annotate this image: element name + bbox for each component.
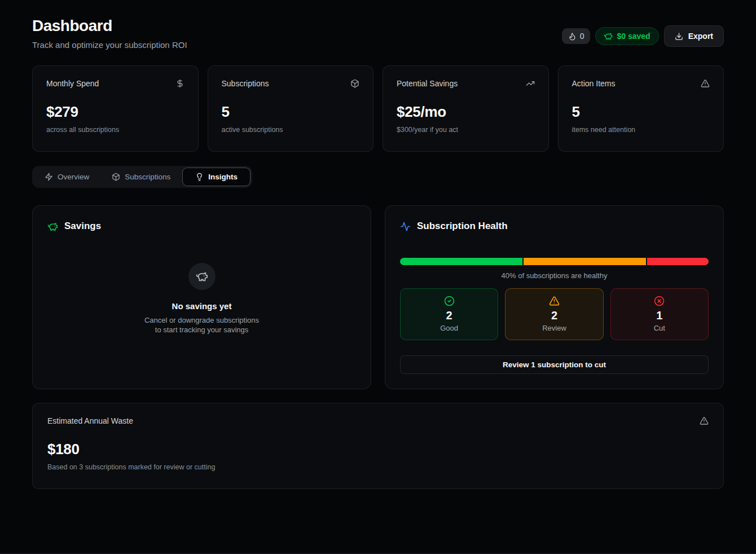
stat-label: Potential Savings (397, 79, 458, 88)
tab-label: Subscriptions (125, 173, 170, 181)
stat-label: Subscriptions (222, 79, 269, 88)
empty-desc-line1: Cancel or downgrade subscriptions (144, 316, 259, 324)
page-subtitle: Track and optimize your subscription ROI (32, 40, 187, 50)
stat-caption: across all subscriptions (46, 126, 184, 134)
health-bar (400, 258, 709, 265)
health-caption: 40% of subscriptions are healthy (400, 271, 709, 280)
stat-caption: active subscriptions (222, 126, 360, 134)
health-bar-segment-cut (647, 258, 709, 265)
download-icon (675, 32, 683, 41)
waste-label: Estimated Annual Waste (47, 416, 133, 425)
main-panels: Savings No savings yet Cancel or downgra… (32, 205, 724, 389)
stat-card-action-items: Action Items 5 items need attention (558, 65, 724, 152)
streak-count: 0 (580, 32, 584, 41)
empty-state-circle (188, 263, 216, 290)
package-icon (350, 79, 359, 88)
status-box-cut[interactable]: 1 Cut (610, 288, 709, 340)
status-box-good[interactable]: 2 Good (400, 288, 498, 340)
export-button[interactable]: Export (664, 25, 724, 47)
status-label: Review (542, 324, 566, 332)
stat-label: Monthly Spend (46, 79, 99, 88)
page-header: Dashboard Track and optimize your subscr… (32, 17, 724, 50)
saved-badge[interactable]: $0 saved (595, 27, 658, 45)
stats-row: Monthly Spend $279 across all subscripti… (32, 65, 724, 152)
tab-label: Insights (208, 173, 238, 181)
empty-state-title: No savings yet (172, 301, 232, 311)
header-actions: 0 $0 saved Export (562, 25, 724, 47)
tab-overview[interactable]: Overview (34, 168, 100, 186)
waste-caption: Based on 3 subscriptions marked for revi… (47, 463, 709, 471)
alert-triangle-icon (549, 296, 560, 306)
circle-check-icon (444, 296, 455, 306)
status-label: Cut (654, 324, 665, 332)
stat-card-potential-savings: Potential Savings $25/mo $300/year if yo… (383, 65, 549, 152)
stat-value: $25/mo (397, 103, 535, 121)
estimated-annual-waste-card: Estimated Annual Waste $180 Based on 3 s… (32, 403, 724, 489)
status-label: Good (440, 324, 458, 332)
stat-value: 5 (222, 103, 360, 121)
health-bar-segment-review (524, 258, 646, 265)
status-count: 2 (446, 309, 452, 322)
stat-caption: items need attention (572, 126, 710, 134)
stat-label: Action Items (572, 79, 616, 88)
header-titles: Dashboard Track and optimize your subscr… (32, 17, 187, 50)
status-count: 2 (551, 309, 557, 322)
tab-subscriptions[interactable]: Subscriptions (101, 168, 181, 186)
stat-caption: $300/year if you act (397, 126, 535, 134)
package-icon (112, 173, 120, 181)
status-count: 1 (656, 309, 662, 322)
trending-up-icon (526, 79, 535, 88)
dashboard-page: Dashboard Track and optimize your subscr… (0, 0, 756, 489)
page-title: Dashboard (32, 17, 187, 35)
tab-insights[interactable]: Insights (182, 168, 250, 186)
dollar-sign-icon (175, 79, 184, 88)
circle-x-icon (654, 296, 665, 306)
alert-triangle-icon (700, 416, 709, 425)
stat-value: 5 (572, 103, 710, 121)
health-panel-title: Subscription Health (417, 221, 508, 232)
tab-bar: Overview Subscriptions Insights (32, 166, 252, 188)
health-bar-segment-good (400, 258, 522, 265)
waste-value: $180 (47, 441, 709, 458)
alert-triangle-icon (701, 79, 710, 88)
stat-card-monthly-spend: Monthly Spend $279 across all subscripti… (32, 65, 199, 152)
lightbulb-icon (195, 173, 204, 181)
status-box-review[interactable]: 2 Review (505, 288, 603, 340)
stat-value: $279 (46, 103, 184, 121)
empty-desc-line2: to start tracking your savings (155, 326, 248, 334)
savings-empty-state: No savings yet Cancel or downgrade subsc… (47, 224, 356, 374)
zap-icon (45, 173, 53, 181)
activity-icon (400, 221, 411, 232)
piggy-bank-icon (604, 32, 613, 41)
saved-badge-label: $0 saved (617, 32, 650, 41)
export-button-label: Export (688, 32, 713, 41)
health-status-grid: 2 Good 2 Review 1 Cut (400, 288, 709, 340)
tab-label: Overview (58, 173, 89, 181)
subscription-health-panel: Subscription Health 40% of subscriptions… (385, 205, 724, 389)
savings-panel: Savings No savings yet Cancel or downgra… (32, 205, 371, 389)
piggy-bank-icon (196, 270, 208, 283)
streak-badge[interactable]: 0 (562, 28, 591, 44)
stat-card-subscriptions: Subscriptions 5 active subscriptions (208, 65, 374, 152)
flame-icon (568, 32, 577, 41)
empty-state-description: Cancel or downgrade subscriptions to sta… (144, 316, 259, 335)
review-to-cut-button[interactable]: Review 1 subscription to cut (400, 355, 709, 374)
